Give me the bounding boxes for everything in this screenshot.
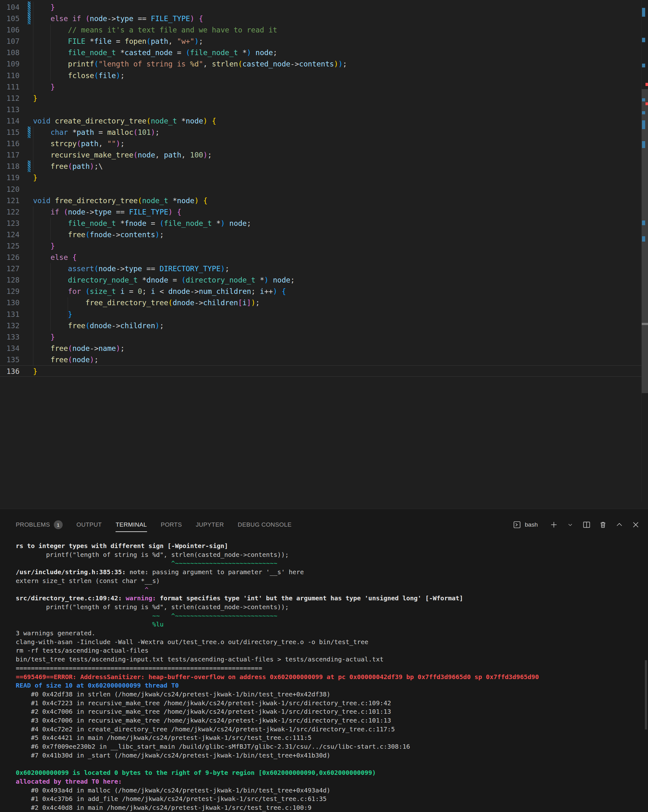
- panel-tab-ports[interactable]: PORTS: [161, 516, 182, 534]
- line-number[interactable]: 124: [0, 229, 20, 240]
- split-terminal-icon[interactable]: [582, 520, 591, 530]
- line-number[interactable]: 135: [0, 354, 20, 365]
- line-number[interactable]: 113: [0, 104, 20, 115]
- terminal-line: ~~ ^~~~~~~~~~~~~~~~~~~~~~~~~~~~: [16, 612, 642, 621]
- code-text: [30, 184, 33, 195]
- line-number[interactable]: 117: [0, 149, 20, 161]
- line-number[interactable]: 122: [0, 206, 20, 218]
- panel-tab-debug-console[interactable]: DEBUG CONSOLE: [238, 516, 291, 534]
- code-editor[interactable]: 104 }105 else if (node->type == FILE_TYP…: [0, 0, 648, 501]
- git-modified-indicator: [28, 161, 30, 172]
- code-line[interactable]: 131 }: [0, 309, 648, 320]
- launch-profile-chevron-down-icon[interactable]: [566, 520, 575, 530]
- code-line[interactable]: 125 }: [0, 240, 648, 252]
- code-line[interactable]: 108 file_node_t *casted_node = (file_nod…: [0, 47, 648, 58]
- code-line[interactable]: 121void free_directory_tree(node_t *node…: [0, 195, 648, 206]
- code-line[interactable]: 132 free(dnode->children);: [0, 320, 648, 331]
- terminal-line: bin/test_tree tests/ascending-input.txt …: [16, 655, 642, 664]
- terminal-output[interactable]: rs to integer types with different sign …: [0, 542, 642, 811]
- git-modified-indicator: [28, 24, 30, 36]
- new-terminal-plus-icon[interactable]: [549, 520, 559, 530]
- panel-tab-problems[interactable]: PROBLEMS1: [16, 515, 63, 535]
- code-line[interactable]: 114void create_directory_tree(node_t *no…: [0, 115, 648, 127]
- line-number[interactable]: 111: [0, 81, 20, 93]
- code-line[interactable]: 124 free(fnode->contents);: [0, 229, 648, 240]
- code-line[interactable]: 122 if (node->type == FILE_TYPE) {: [0, 206, 648, 218]
- line-number[interactable]: 131: [0, 309, 20, 320]
- code-line[interactable]: 118 free(path);\: [0, 161, 648, 172]
- line-number[interactable]: 128: [0, 274, 20, 286]
- code-text: free(dnode->children);: [30, 320, 164, 331]
- git-modified-indicator: [28, 274, 30, 286]
- code-line[interactable]: 112}: [0, 93, 648, 104]
- code-line[interactable]: 120: [0, 184, 648, 195]
- code-text: // means it's a text file and we have to…: [30, 24, 277, 36]
- line-number[interactable]: 108: [0, 47, 20, 58]
- line-number[interactable]: 121: [0, 195, 20, 206]
- code-line[interactable]: 129 for (size_t i = 0; i < dnode->num_ch…: [0, 286, 648, 297]
- git-modified-indicator: [28, 13, 30, 24]
- panel-tab-output[interactable]: OUTPUT: [76, 516, 102, 534]
- code-line[interactable]: 127 assert(node->type == DIRECTORY_TYPE)…: [0, 263, 648, 274]
- line-number[interactable]: 126: [0, 252, 20, 263]
- panel-tab-label: TERMINAL: [116, 521, 147, 528]
- git-modified-indicator: [28, 240, 30, 252]
- code-line[interactable]: 106 // means it's a text file and we hav…: [0, 24, 648, 36]
- line-number[interactable]: 120: [0, 184, 20, 195]
- terminal-line: READ of size 10 at 0x602000000099 thread…: [16, 681, 642, 690]
- line-number[interactable]: 130: [0, 297, 20, 308]
- line-number[interactable]: 104: [0, 2, 20, 13]
- code-line[interactable]: 104 }: [0, 2, 648, 13]
- line-number[interactable]: 134: [0, 343, 20, 354]
- code-line[interactable]: 117 recursive_make_tree(node, path, 100)…: [0, 149, 648, 161]
- ruler-modified-mark: [642, 38, 645, 42]
- code-line[interactable]: 110 fclose(file);: [0, 70, 648, 81]
- line-number[interactable]: 105: [0, 13, 20, 24]
- code-line[interactable]: 105 else if (node->type == FILE_TYPE) {: [0, 13, 648, 24]
- code-line[interactable]: 111 }: [0, 81, 648, 93]
- line-number[interactable]: 123: [0, 218, 20, 229]
- line-number[interactable]: 106: [0, 24, 20, 36]
- code-line[interactable]: 136}: [0, 365, 648, 377]
- line-number[interactable]: 119: [0, 172, 20, 183]
- code-line[interactable]: 115 char *path = malloc(101);: [0, 127, 648, 138]
- code-line[interactable]: 128 directory_node_t *dnode = (directory…: [0, 274, 648, 286]
- code-line[interactable]: 123 file_node_t *fnode = (file_node_t *)…: [0, 218, 648, 229]
- panel-tab-terminal[interactable]: TERMINAL: [116, 516, 147, 534]
- code-line[interactable]: 113: [0, 104, 648, 115]
- maximize-panel-chevron-up-icon[interactable]: [614, 520, 624, 530]
- line-number[interactable]: 125: [0, 240, 20, 252]
- code-line[interactable]: 109 printf("length of string is %d", str…: [0, 58, 648, 70]
- code-line[interactable]: 107 FILE *file = fopen(path, "w+");: [0, 36, 648, 47]
- code-line[interactable]: 130 free_directory_tree(dnode->children[…: [0, 297, 648, 308]
- panel-tab-label: OUTPUT: [76, 521, 102, 528]
- line-number[interactable]: 109: [0, 58, 20, 70]
- panel-tab-jupyter[interactable]: JUPYTER: [196, 516, 224, 534]
- line-number[interactable]: 132: [0, 320, 20, 331]
- line-number[interactable]: 107: [0, 36, 20, 47]
- line-number[interactable]: 133: [0, 331, 20, 343]
- line-number[interactable]: 110: [0, 70, 20, 81]
- code-line[interactable]: 116 strcpy(path, "");: [0, 138, 648, 149]
- code-text: }: [30, 93, 38, 104]
- kill-terminal-trash-icon[interactable]: [598, 520, 608, 530]
- line-number[interactable]: 136: [0, 366, 20, 376]
- line-number[interactable]: 118: [0, 161, 20, 172]
- line-number[interactable]: 112: [0, 93, 20, 104]
- code-line[interactable]: 134 free(node->name);: [0, 343, 648, 354]
- git-modified-indicator: [28, 104, 30, 115]
- code-line[interactable]: 133 }: [0, 331, 648, 343]
- code-line[interactable]: 119}: [0, 172, 648, 183]
- close-panel-icon[interactable]: [631, 520, 640, 530]
- line-number[interactable]: 116: [0, 138, 20, 149]
- terminal-line: ========================================…: [16, 664, 642, 673]
- terminal-scrollbar[interactable]: [645, 660, 647, 730]
- line-number[interactable]: 115: [0, 127, 20, 138]
- line-number[interactable]: 129: [0, 286, 20, 297]
- line-number[interactable]: 127: [0, 263, 20, 274]
- line-number[interactable]: 114: [0, 115, 20, 127]
- code-line[interactable]: 135 free(node);: [0, 354, 648, 365]
- code-line[interactable]: 126 else {: [0, 252, 648, 263]
- terminal-session[interactable]: bash: [512, 520, 538, 530]
- overview-ruler-scrollbar[interactable]: [641, 0, 648, 501]
